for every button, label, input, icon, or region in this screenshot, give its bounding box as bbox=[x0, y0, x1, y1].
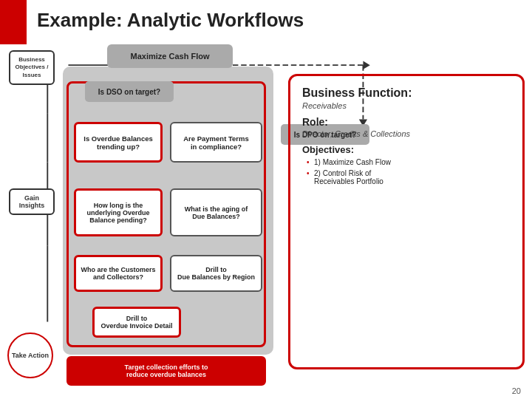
is-dso-box: Is DSO on target? bbox=[85, 81, 174, 102]
objective-item-2: 2) Control Risk of Receivables Portfolio bbox=[307, 169, 514, 185]
aging-due-box: What is the aging of Due Balances? bbox=[170, 188, 262, 236]
right-panel-content: Business Function: Receivables Role: Dir… bbox=[302, 86, 514, 185]
drill-overdue-box: Drill to Overdue Invoice Detail bbox=[92, 307, 181, 338]
payment-terms-box: Are Payment Terms in compliance? bbox=[170, 122, 262, 163]
role-heading: Role: bbox=[302, 116, 514, 128]
page-number: 20 bbox=[512, 386, 521, 395]
main-area: Business Objectives / Issues Gain Insigh… bbox=[7, 44, 525, 384]
how-long-box: How long is the underlying Overdue Balan… bbox=[74, 188, 163, 236]
objectives-list: 1) Maximize Cash Flow 2) Control Risk of… bbox=[302, 158, 514, 185]
customers-collectors-box: Who are the Customers and Collectors? bbox=[74, 255, 163, 292]
red-accent-bar bbox=[0, 0, 27, 44]
business-objectives-label: Business Objectives / Issues bbox=[9, 50, 55, 85]
business-function-heading: Business Function: bbox=[302, 86, 514, 100]
take-action-label: Take Action bbox=[7, 332, 53, 378]
objective-item-1: 1) Maximize Cash Flow bbox=[307, 158, 514, 166]
gain-insights-label: Gain Insights bbox=[9, 188, 55, 215]
flow-area: Maximize Cash Flow Is DSO on target? Is … bbox=[63, 44, 277, 384]
page-title: Example: Analytic Workflows bbox=[37, 9, 304, 32]
objectives-heading: Objectives: bbox=[302, 144, 514, 155]
right-panel-box: Business Function: Receivables Role: Dir… bbox=[288, 74, 525, 369]
overdue-balances-box: Is Overdue Balances trending up? bbox=[74, 122, 163, 163]
maximize-cash-flow-box: Maximize Cash Flow bbox=[107, 44, 233, 68]
drill-due-region-box: Drill to Due Balances by Region bbox=[170, 255, 262, 292]
target-collection-box: Target collection efforts to reduce over… bbox=[66, 356, 266, 386]
business-function-value: Receivables bbox=[302, 101, 514, 110]
role-value: Director, Credits & Collections bbox=[302, 129, 514, 138]
right-panel: Business Function: Receivables Role: Dir… bbox=[288, 44, 525, 369]
left-labels-container: Business Objectives / Issues Gain Insigh… bbox=[7, 44, 59, 384]
